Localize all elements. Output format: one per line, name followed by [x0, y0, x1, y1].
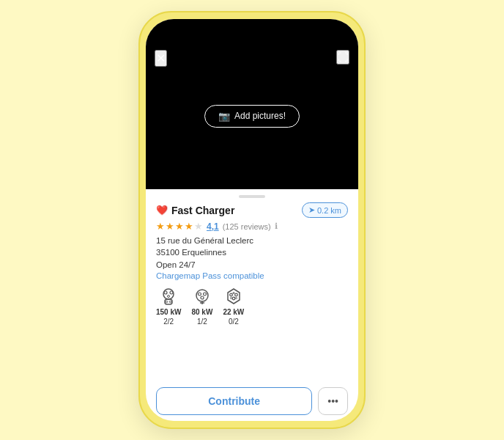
info-icon[interactable]: ℹ — [275, 221, 278, 231]
camera-icon: 📷 — [218, 111, 230, 122]
connector-chademo: 80 kW 1/2 — [191, 286, 212, 326]
address-line2: 35100 Erquelinnes — [156, 248, 226, 257]
svg-point-6 — [170, 301, 171, 302]
connectors-row: 150 kW 2/2 80 kW 1/2 — [156, 286, 348, 326]
open-status: Open 24/7 — [156, 260, 348, 269]
star-4: ★ — [185, 221, 193, 232]
station-name: Fast Charger — [171, 205, 234, 216]
chargemap-pass-link[interactable]: Chargemap Pass compatible — [156, 271, 348, 280]
star-1: ★ — [156, 221, 165, 232]
phone-screen: ✕ ⛶ 📷 Add pictures! ❤️ Fast Charger ➤ 0.… — [146, 19, 358, 421]
svg-point-13 — [230, 293, 233, 296]
ccs-icon — [158, 286, 179, 307]
distance-value: 0.2 km — [317, 206, 341, 215]
add-pictures-button[interactable]: 📷 Add pictures! — [204, 105, 300, 128]
address: 15 rue du Général Leclerc 35100 Erquelin… — [156, 235, 348, 258]
connector-ccs: 150 kW 2/2 — [156, 286, 181, 326]
svg-point-7 — [196, 290, 208, 301]
star-2: ★ — [166, 221, 174, 232]
svg-point-14 — [235, 293, 238, 296]
more-button[interactable]: ••• — [318, 387, 348, 415]
bottom-actions: Contribute ••• — [146, 387, 358, 421]
svg-point-5 — [166, 301, 168, 302]
star-3: ★ — [175, 221, 184, 232]
contribute-button[interactable]: Contribute — [156, 387, 312, 415]
address-line1: 15 rue du Général Leclerc — [156, 236, 253, 245]
nav-icon: ➤ — [308, 205, 315, 215]
station-title: ❤️ Fast Charger — [156, 205, 234, 216]
close-button[interactable]: ✕ — [155, 50, 167, 67]
chademo-power: 80 kW — [191, 308, 212, 316]
phone-notch — [223, 19, 281, 32]
station-header: ❤️ Fast Charger ➤ 0.2 km — [156, 202, 348, 218]
reviews-text: (125 reviews) — [223, 222, 271, 231]
chademo-icon — [192, 286, 212, 307]
ccs-avail: 2/2 — [163, 318, 174, 326]
image-area: ✕ ⛶ 📷 Add pictures! — [146, 43, 358, 189]
svg-point-1 — [164, 291, 167, 294]
svg-point-8 — [198, 293, 201, 296]
heart-icon: ❤️ — [156, 205, 168, 216]
type2-avail: 0/2 — [229, 318, 239, 326]
ccs-power: 150 kW — [156, 308, 181, 316]
add-pictures-label: Add pictures! — [234, 111, 286, 121]
type2-icon — [223, 286, 244, 307]
distance-badge[interactable]: ➤ 0.2 km — [302, 202, 348, 218]
svg-point-17 — [235, 298, 237, 299]
type2-power: 22 kW — [223, 308, 244, 316]
drag-indicator — [239, 195, 265, 198]
svg-point-18 — [233, 293, 234, 294]
svg-point-10 — [201, 296, 204, 299]
star-5: ★ — [194, 221, 203, 232]
connector-type2: 22 kW 0/2 — [223, 286, 244, 326]
svg-point-9 — [203, 293, 206, 296]
expand-button[interactable]: ⛶ — [336, 50, 349, 65]
rating-value[interactable]: 4,1 — [207, 221, 219, 232]
chademo-avail: 1/2 — [197, 318, 207, 326]
stars: ★ ★ ★ ★ ★ — [156, 221, 203, 232]
svg-point-2 — [170, 291, 173, 294]
phone-notch-bar — [146, 19, 358, 43]
svg-point-3 — [168, 296, 170, 298]
station-info: ❤️ Fast Charger ➤ 0.2 km ★ ★ ★ ★ ★ 4,1 (… — [146, 202, 358, 387]
rating-row: ★ ★ ★ ★ ★ 4,1 (125 reviews) ℹ — [156, 221, 348, 232]
svg-point-16 — [230, 298, 231, 299]
phone-frame: ✕ ⛶ 📷 Add pictures! ❤️ Fast Charger ➤ 0.… — [138, 11, 366, 429]
svg-point-15 — [232, 297, 235, 300]
